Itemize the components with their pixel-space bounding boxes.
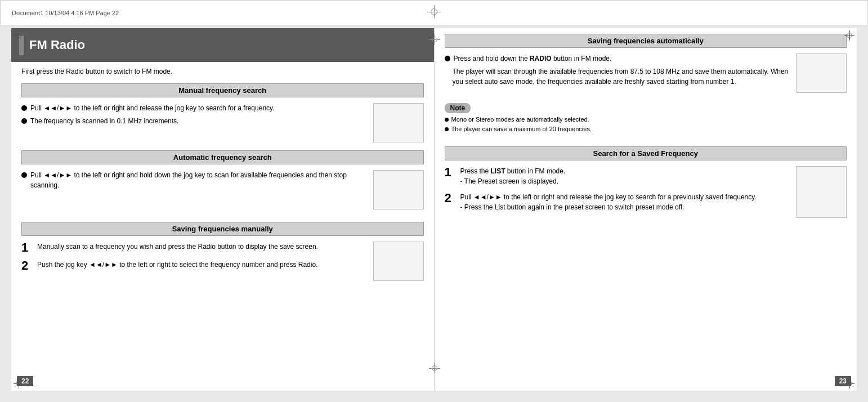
search-step-2: 2 Pull ◄◄/►► to the left or right and re…: [445, 192, 791, 212]
page-num-right: 23: [835, 376, 851, 386]
save-auto-image: [796, 53, 847, 93]
save-manual-step-2: 2 Push the jog key ◄◄/►► to the left or …: [21, 260, 368, 272]
note-label: Note: [445, 103, 471, 113]
note-item-1: Mono or Stereo modes are automatically s…: [445, 115, 847, 124]
manual-bullet-2: The frequency is scanned in 0.1 MHz incr…: [21, 116, 368, 126]
search-saved-text: 1 Press the LIST button in FM mode. - Th…: [445, 166, 791, 218]
manual-freq-text: Pull ◄◄/►► to the left or right and rele…: [21, 103, 368, 142]
save-manual-text: 1 Manually scan to a frequency you wish …: [21, 242, 368, 281]
note-dot-icon: [445, 118, 449, 122]
save-manual-step-1: 1 Manually scan to a frequency you wish …: [21, 242, 368, 254]
auto-bullet-1: Pull ◄◄/►► to the left or right and hold…: [21, 170, 368, 190]
search-saved-header: Search for a Saved Frequency: [445, 146, 847, 160]
page-header: FM Radio: [11, 28, 434, 62]
search-saved-content: 1 Press the LIST button in FM mode. - Th…: [435, 166, 857, 218]
bullet-dot-icon: [21, 105, 27, 111]
auto-freq-header: Automatic frequency search: [21, 150, 424, 164]
save-auto-dash-1: The player will scan through the availab…: [453, 66, 791, 87]
manual-freq-image: [373, 103, 424, 142]
search-saved-image: [796, 166, 847, 218]
save-manual-image: [373, 242, 424, 281]
page-left: FM Radio First press the Radio button to…: [11, 28, 435, 391]
search-step-1: 1 Press the LIST button in FM mode. - Th…: [445, 166, 791, 186]
save-manual-content: 1 Manually scan to a frequency you wish …: [11, 242, 434, 281]
bullet-dot-icon: [21, 118, 27, 124]
pages-container: FM Radio First press the Radio button to…: [11, 28, 857, 391]
doc-header: Document1 10/13/04 4:16 PM Page 22: [0, 0, 868, 25]
note-dot-icon: [445, 127, 449, 131]
save-auto-content: Press and hold down the RADIO button in …: [435, 53, 857, 93]
right-page-content: Saving frequencies automatically Press a…: [435, 28, 857, 218]
page-num-left: 22: [17, 376, 33, 386]
auto-freq-image: [373, 170, 424, 209]
note-box: Note Mono or Stereo modes are automatica…: [435, 101, 857, 140]
reg-mark-tl: [14, 30, 24, 41]
bullet-dot-icon: [21, 172, 27, 178]
note-item-2: The player can save a maximum of 20 freq…: [445, 125, 847, 133]
manual-freq-content: Pull ◄◄/►► to the left or right and rele…: [11, 103, 434, 142]
page-right: Saving frequencies automatically Press a…: [435, 28, 857, 391]
manual-bullet-1: Pull ◄◄/►► to the left or right and rele…: [21, 103, 368, 113]
save-manual-header: Saving frequencies manually: [21, 222, 424, 236]
save-auto-header: Saving frequencies automatically: [445, 34, 847, 48]
bullet-dot-icon: [445, 56, 450, 61]
save-auto-text: Press and hold down the RADIO button in …: [445, 53, 791, 93]
page-title: FM Radio: [29, 38, 85, 52]
reg-mark-tr: [844, 30, 854, 41]
doc-header-text: Document1 10/13/04 4:16 PM Page 22: [12, 10, 119, 16]
manual-freq-header: Manual frequency search: [21, 83, 424, 97]
crosshair-top-icon: [427, 5, 441, 19]
auto-freq-content: Pull ◄◄/►► to the left or right and hold…: [11, 170, 434, 209]
auto-freq-text: Pull ◄◄/►► to the left or right and hold…: [21, 170, 368, 209]
save-auto-bullet-1: Press and hold down the RADIO button in …: [445, 53, 791, 64]
intro-text: First press the Radio button to switch t…: [11, 68, 434, 75]
